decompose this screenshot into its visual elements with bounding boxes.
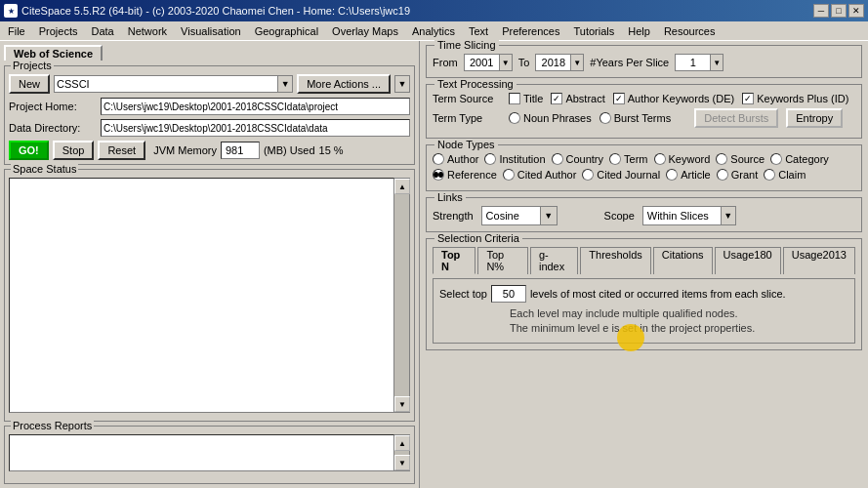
years-per-slice-combo[interactable]: ▼: [675, 54, 723, 71]
keywords-plus-checkbox[interactable]: [742, 93, 754, 104]
qualified-text: Each level may include multiple qualifie…: [510, 306, 848, 321]
title-label: Title: [523, 93, 543, 104]
scope-arrow[interactable]: ▼: [721, 206, 736, 225]
noun-phrases-radio[interactable]: [509, 112, 520, 124]
node-type-radio-article[interactable]: [666, 169, 678, 181]
to-arrow[interactable]: ▼: [570, 54, 584, 71]
minimize-button[interactable]: ─: [813, 4, 829, 18]
more-actions-button[interactable]: More Actions ...: [297, 74, 391, 94]
node-type-label-source: Source: [730, 153, 765, 165]
process-scroll-down[interactable]: ▼: [394, 455, 410, 470]
space-status-scrollbar[interactable]: ▲ ▼: [394, 178, 410, 413]
from-input[interactable]: [464, 54, 499, 71]
criteria-tab-top-n[interactable]: Top N: [433, 247, 475, 274]
criteria-tab-usage180[interactable]: Usage180: [715, 247, 781, 274]
scroll-up-arrow[interactable]: ▲: [394, 179, 410, 194]
wos-tab[interactable]: Web of Science: [4, 45, 103, 61]
node-type-claim: Claim: [764, 169, 806, 181]
years-per-slice-input[interactable]: [675, 54, 710, 71]
menu-item-geographical[interactable]: Geographical: [249, 24, 324, 38]
data-dir-input[interactable]: [101, 119, 410, 137]
scroll-down-arrow[interactable]: ▼: [394, 396, 410, 412]
menu-item-analytics[interactable]: Analytics: [406, 24, 461, 38]
data-dir-label: Data Directory:: [9, 122, 97, 134]
node-type-cited-author: Cited Author: [503, 169, 577, 181]
criteria-tab-citations[interactable]: Citations: [653, 247, 713, 274]
to-combo[interactable]: ▼: [535, 54, 584, 71]
menu-item-data[interactable]: Data: [85, 24, 119, 38]
select-top-input[interactable]: [491, 285, 526, 303]
criteria-tab-top-n%[interactable]: Top N%: [477, 247, 528, 274]
node-type-radio-author[interactable]: [433, 153, 444, 165]
process-scroll-up[interactable]: ▲: [394, 435, 410, 451]
project-home-input[interactable]: [101, 98, 410, 115]
title-checkbox[interactable]: [509, 93, 520, 104]
menu-item-projects[interactable]: Projects: [33, 24, 84, 38]
menu-item-text[interactable]: Text: [463, 24, 494, 38]
close-button[interactable]: ✕: [848, 4, 864, 18]
node-type-term: Term: [609, 153, 647, 165]
criteria-tab-g-index[interactable]: g-index: [530, 247, 578, 274]
menu-item-preferences[interactable]: Preferences: [496, 24, 565, 38]
author-keywords-checkbox[interactable]: [613, 93, 625, 104]
scope-combo[interactable]: ▼: [642, 206, 736, 225]
burst-terms-radio-item: Burst Terms: [599, 112, 671, 124]
node-type-radio-claim[interactable]: [764, 169, 775, 181]
node-type-radio-country[interactable]: [552, 153, 563, 165]
jvm-value: 981: [221, 142, 260, 159]
node-type-radio-reference[interactable]: [433, 169, 444, 181]
criteria-tab-thresholds[interactable]: Thresholds: [580, 247, 650, 274]
menu-item-visualisation[interactable]: Visualisation: [175, 24, 247, 38]
mb-used-label: (MB) Used: [264, 144, 315, 156]
menu-item-help[interactable]: Help: [622, 24, 656, 38]
new-button[interactable]: New: [9, 74, 50, 94]
entropy-button[interactable]: Entropy: [786, 108, 843, 128]
abstract-label: Abstract: [565, 93, 604, 104]
from-arrow[interactable]: ▼: [499, 54, 513, 71]
node-type-radio-institution[interactable]: [484, 153, 496, 165]
more-actions-arrow[interactable]: ▼: [394, 75, 410, 93]
stop-button[interactable]: Stop: [53, 141, 95, 160]
node-type-radio-cited-author[interactable]: [503, 169, 515, 181]
detect-bursts-button[interactable]: Detect Bursts: [694, 108, 778, 128]
process-reports-content: [9, 434, 394, 471]
node-type-label-term: Term: [624, 153, 647, 165]
node-type-radio-cited-journal[interactable]: [582, 169, 594, 181]
process-reports-area: ▲ ▼: [9, 434, 410, 471]
menu-item-resources[interactable]: Resources: [658, 24, 722, 38]
author-keywords-checkbox-item: Author Keywords (DE): [613, 93, 734, 104]
project-combo-arrow[interactable]: ▼: [277, 75, 293, 93]
node-type-radio-term[interactable]: [609, 153, 621, 165]
node-type-label-grant: Grant: [731, 169, 759, 181]
burst-terms-radio[interactable]: [599, 112, 611, 124]
scope-input[interactable]: [642, 206, 721, 225]
strength-combo[interactable]: ▼: [481, 206, 558, 225]
node-type-radio-keyword[interactable]: [654, 153, 666, 165]
maximize-button[interactable]: □: [831, 4, 847, 18]
strength-arrow[interactable]: ▼: [540, 206, 558, 225]
levels-text: levels of most cited or occurred items f…: [530, 288, 786, 300]
project-combo-input[interactable]: [54, 75, 277, 93]
node-types-label: Node Types: [434, 139, 498, 150]
node-type-label-reference: Reference: [447, 169, 497, 181]
menu-item-overlay maps[interactable]: Overlay Maps: [326, 24, 404, 38]
from-combo[interactable]: ▼: [464, 54, 513, 71]
criteria-tab-usage2013[interactable]: Usage2013: [783, 247, 855, 274]
menu-item-network[interactable]: Network: [122, 24, 173, 38]
node-type-radio-grant[interactable]: [717, 169, 728, 181]
to-input[interactable]: [535, 54, 570, 71]
process-scrollbar[interactable]: ▲ ▼: [394, 434, 410, 471]
years-per-slice-arrow[interactable]: ▼: [710, 54, 723, 71]
app-icon: ★: [4, 4, 18, 18]
project-combo[interactable]: ▼: [54, 75, 293, 93]
menu-item-file[interactable]: File: [2, 24, 31, 38]
abstract-checkbox[interactable]: [551, 93, 562, 104]
go-button[interactable]: GO!: [9, 141, 49, 160]
select-top-label: Select top: [439, 288, 487, 300]
strength-input[interactable]: [481, 206, 540, 225]
menu-item-tutorials[interactable]: Tutorials: [567, 24, 620, 38]
reset-button[interactable]: Reset: [98, 141, 145, 160]
node-type-radio-source[interactable]: [716, 153, 727, 165]
node-type-author: Author: [433, 153, 478, 165]
node-type-radio-category[interactable]: [770, 153, 782, 165]
